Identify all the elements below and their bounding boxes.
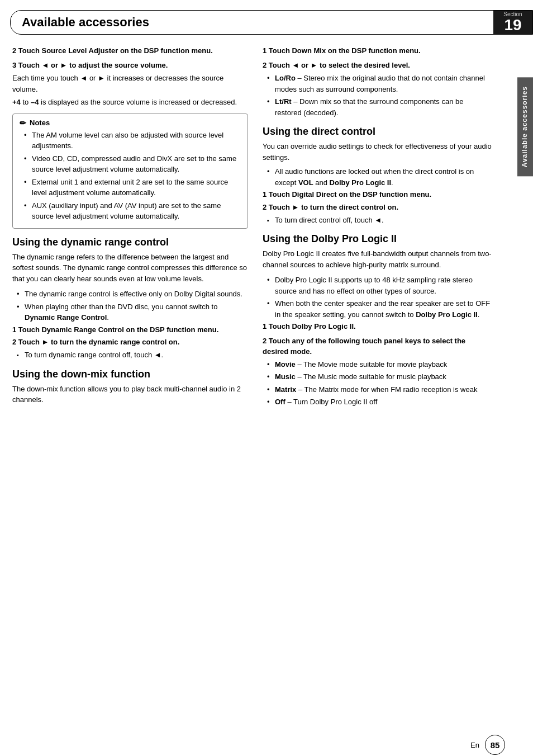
list-item: Lo/Ro – Stereo mix the original audio th… <box>267 73 492 94</box>
downmix-step1-heading: 1 Touch Down Mix on the DSP function men… <box>263 46 492 56</box>
list-item: Video CD, CD, compressed audio and DivX … <box>24 153 241 175</box>
downmix-step2-bullets: Lo/Ro – Stereo mix the original audio th… <box>263 73 492 118</box>
page-title: Available accessories <box>11 11 493 34</box>
direct-step2-list: To turn direct control off, touch ◄. <box>263 215 492 226</box>
direct-step1-heading: 1 Touch Digital Direct on the DSP functi… <box>263 190 492 200</box>
page-footer: En 85 <box>470 735 505 755</box>
page-header: Available accessories Section 19 <box>10 10 533 35</box>
list-item: Off – Turn Dolby Pro Logic II off <box>267 396 492 408</box>
main-content: 2 Touch Source Level Adjuster on the DSP… <box>0 35 533 415</box>
page: Available accessories Section 19 Availab… <box>0 10 533 756</box>
dynamic-range-title: Using the dynamic range control <box>12 237 248 248</box>
list-item: When both the center speaker and the rea… <box>267 298 492 320</box>
dynamic-step2-heading: 2 Touch ► to turn the dynamic range cont… <box>12 337 248 347</box>
section-number: 19 <box>504 17 521 33</box>
notes-title: ✏ Notes <box>20 119 241 127</box>
section-badge: Section 19 <box>493 11 532 34</box>
dolby-body: Dolby Pro Logic II creates five full-ban… <box>263 248 492 270</box>
dolby-bullets: Dolby Pro Logic II supports up to 48 kHz… <box>263 275 492 320</box>
dynamic-range-body: The dynamic range refers to the differen… <box>12 252 248 285</box>
footer-page-number: 85 <box>485 735 505 755</box>
direct-control-title: Using the direct control <box>263 126 492 138</box>
direct-control-bullets: All audio functions are locked out when … <box>263 166 492 188</box>
pencil-icon: ✏ <box>20 119 26 127</box>
list-item: Music – The Music mode suitable for musi… <box>267 371 492 382</box>
dolby-step2-list: Movie – The Movie mode suitable for movi… <box>263 359 492 408</box>
list-item: To turn direct control off, touch ◄. <box>267 215 492 226</box>
dolby-step2-heading: 2 Touch any of the following touch panel… <box>263 336 492 356</box>
list-item: Matrix – The Matrix mode for when FM rad… <box>267 384 492 395</box>
downmix-body: The down-mix function allows you to play… <box>12 384 248 405</box>
list-item: When playing other than the DVD disc, yo… <box>17 301 248 323</box>
list-item: External unit 1 and external unit 2 are … <box>24 177 241 199</box>
step3-source-volume-heading: 3 Touch ◄ or ► to adjust the source volu… <box>12 60 248 70</box>
notes-box: ✏ Notes The AM volume level can also be … <box>12 114 248 229</box>
list-item: To turn dynamic range control off, touch… <box>17 349 248 361</box>
list-item: Lt/Rt – Down mix so that the surround co… <box>267 96 492 118</box>
step3-body2: +4 to –4 is displayed as the source volu… <box>12 97 248 108</box>
footer-lang: En <box>470 741 479 749</box>
dynamic-step1-heading: 1 Touch Dynamic Range Control on the DSP… <box>12 325 248 335</box>
list-item: Dolby Pro Logic II supports up to 48 kHz… <box>267 275 492 296</box>
notes-list: The AM volume level can also be adjusted… <box>20 130 241 222</box>
dynamic-range-bullets: The dynamic range control is effective o… <box>12 289 248 323</box>
direct-step2-heading: 2 Touch ► to turn the direct control on. <box>263 202 492 212</box>
downmix-title: Using the down-mix function <box>12 368 248 380</box>
dolby-step1-heading: 1 Touch Dolby Pro Logic II. <box>263 322 492 332</box>
list-item: The dynamic range control is effective o… <box>17 289 248 300</box>
direct-control-body: You can override audio settings to check… <box>263 141 492 163</box>
right-column: 1 Touch Down Mix on the DSP function men… <box>257 40 514 415</box>
dolby-title: Using the Dolby Pro Logic II <box>263 233 492 245</box>
left-column: 2 Touch Source Level Adjuster on the DSP… <box>0 40 257 415</box>
step2-source-level-heading: 2 Touch Source Level Adjuster on the DSP… <box>12 46 248 56</box>
list-item: All audio functions are locked out when … <box>267 166 492 188</box>
dynamic-step2-list: To turn dynamic range control off, touch… <box>12 349 248 361</box>
notes-label: Notes <box>30 119 50 127</box>
step3-body1: Each time you touch ◄ or ► it increases … <box>12 73 248 94</box>
side-tab: Available accessories <box>517 77 533 176</box>
list-item: The AM volume level can also be adjusted… <box>24 130 241 152</box>
downmix-step2-heading: 2 Touch ◄ or ► to select the desired lev… <box>263 60 492 70</box>
list-item: AUX (auxiliary input) and AV (AV input) … <box>24 200 241 222</box>
list-item: Movie – The Movie mode suitable for movi… <box>267 359 492 370</box>
